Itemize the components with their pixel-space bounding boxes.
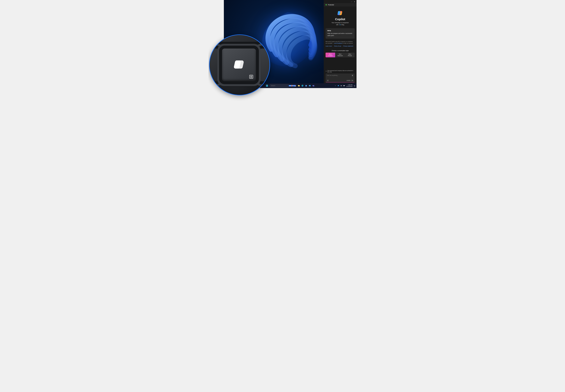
- copilot-with-line: with Bing: [326, 24, 355, 26]
- copilot-keycap: [222, 49, 256, 81]
- svg-rect-4: [266, 86, 267, 87]
- separator: |: [342, 45, 342, 47]
- svg-point-1: [328, 80, 328, 81]
- data-protection-note: Your personal and company data are prote…: [326, 70, 355, 73]
- volume-icon[interactable]: [340, 85, 342, 87]
- style-selector: MoreCreative MoreBalanced MorePrecise: [326, 53, 355, 57]
- copilot-key-closeup: [209, 34, 270, 95]
- send-feedback-link[interactable]: send feedback: [334, 42, 342, 44]
- svg-rect-11: [298, 85, 300, 86]
- clock-date: 11/15/2024: [346, 86, 352, 87]
- svg-rect-27: [344, 85, 345, 86]
- svg-rect-18: [306, 86, 306, 86]
- chat-input[interactable]: [327, 75, 351, 76]
- style-balanced-button[interactable]: MoreBalanced: [335, 53, 345, 57]
- outlook-icon[interactable]: [308, 84, 311, 87]
- taskbar-search[interactable]: Contoso: [269, 84, 290, 87]
- more-icon[interactable]: ⋯: [351, 1, 352, 3]
- copilot-titlebar: ⋯ ✕: [324, 0, 357, 3]
- svg-rect-5: [267, 86, 268, 87]
- with-brand: Bing: [342, 24, 344, 26]
- svg-rect-17: [306, 86, 306, 86]
- bing-icon: [339, 24, 341, 25]
- screenshot-canvas: ⋯ ✕ Protected: [208, 0, 357, 103]
- close-icon[interactable]: ✕: [354, 1, 355, 3]
- search-input[interactable]: [271, 85, 288, 86]
- start-button[interactable]: [266, 84, 268, 87]
- disclaimer-text: Microsoft Copilot uses AI to respond, so…: [326, 41, 355, 44]
- footer-links: Learn more | Terms of use | Privacy stat…: [326, 45, 355, 47]
- shield-outline-icon: [326, 70, 327, 72]
- svg-rect-0: [352, 75, 353, 76]
- onedrive-icon[interactable]: [337, 85, 339, 87]
- visual-search-icon[interactable]: [327, 80, 329, 81]
- terms-link[interactable]: Terms of use: [334, 45, 341, 47]
- learn-more-link[interactable]: Learn more: [326, 45, 332, 47]
- clock-time: 2:30 PM: [346, 84, 352, 86]
- battery-icon[interactable]: [343, 85, 345, 87]
- notifications-icon[interactable]: [354, 85, 355, 87]
- svg-rect-9: [295, 85, 296, 85]
- shield-icon: [325, 4, 327, 6]
- style-creative-button[interactable]: MoreCreative: [326, 53, 335, 57]
- key-neighbor: [209, 49, 219, 81]
- microsoft-store-icon[interactable]: [305, 84, 308, 87]
- copilot-logo: [326, 8, 355, 17]
- task-view-icon[interactable]: [294, 84, 297, 87]
- suggestion-card-write[interactable]: Write Help me prepare and write a succes…: [326, 28, 355, 39]
- taskbar-center: Contoso: [266, 84, 315, 87]
- svg-rect-3: [267, 85, 268, 86]
- svg-rect-2: [266, 85, 267, 86]
- protected-label: Protected: [328, 4, 334, 6]
- protected-banner: Protected: [324, 3, 357, 7]
- char-counter: 0/4000: [347, 80, 350, 81]
- copilot-taskbar-icon[interactable]: [290, 84, 293, 87]
- svg-rect-14: [306, 85, 306, 85]
- svg-rect-8: [294, 85, 295, 85]
- windows-icon: [266, 84, 268, 87]
- file-explorer-icon[interactable]: [297, 84, 300, 87]
- microphone-icon[interactable]: [351, 75, 353, 76]
- teams-icon[interactable]: T: [312, 84, 315, 87]
- menu-glyph-icon: [249, 74, 253, 79]
- svg-rect-15: [306, 85, 306, 86]
- style-precise-button[interactable]: MorePrecise: [345, 53, 355, 57]
- edge-icon[interactable]: [301, 84, 304, 87]
- tray-overflow-icon[interactable]: [334, 85, 336, 87]
- send-icon[interactable]: [351, 80, 353, 81]
- svg-rect-10: [294, 86, 296, 86]
- separator: |: [333, 45, 333, 47]
- svg-rect-16: [306, 85, 306, 86]
- svg-rect-13: [305, 85, 307, 86]
- system-tray: 2:30 PM 11/15/2024: [334, 84, 355, 87]
- suggestion-card-body: Help me prepare and write a successful s…: [327, 32, 353, 37]
- copilot-main: Copilot Your everyday AI companion with …: [324, 7, 357, 83]
- data-protection-text: Your personal and company data are prote…: [327, 70, 355, 73]
- copilot-key-icon: [233, 58, 245, 70]
- style-label: Choose a conversation style: [326, 50, 355, 52]
- with-prefix: with: [336, 24, 338, 26]
- copilot-subtitle: Your everyday AI companion: [326, 22, 355, 24]
- suggestion-card-title: Write: [327, 30, 353, 31]
- svg-rect-20: [309, 85, 310, 86]
- privacy-link[interactable]: Privacy statement: [343, 45, 353, 47]
- svg-point-24: [314, 85, 314, 85]
- copilot-sidebar: ⋯ ✕ Protected: [324, 0, 357, 83]
- chat-input-box: 0/4000: [326, 73, 355, 83]
- taskbar-clock[interactable]: 2:30 PM 11/15/2024: [346, 84, 352, 87]
- copilot-title: Copilot: [326, 17, 355, 21]
- disclaimer-part-b: to help us improve.: [342, 42, 353, 44]
- svg-text:T: T: [313, 85, 313, 86]
